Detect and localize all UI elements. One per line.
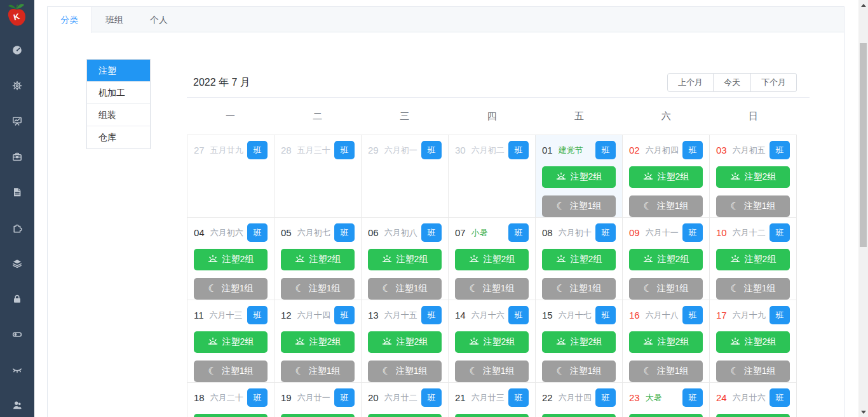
calendar-cell[interactable]: 17六月十九班注塑2组☾注塑1组 xyxy=(710,300,797,383)
shift-badge[interactable]: 班 xyxy=(247,223,268,242)
sidebar-item-settings[interactable] xyxy=(0,77,34,94)
night-shift-button[interactable]: ☾注塑1组 xyxy=(455,361,529,382)
day-shift-button[interactable]: 注塑2组 xyxy=(281,331,355,353)
shift-badge[interactable]: 班 xyxy=(508,388,529,407)
scroll-up-icon[interactable] xyxy=(858,0,868,10)
calendar-cell[interactable]: 18六月二十班注塑2组☾注塑1组 xyxy=(187,383,275,417)
shift-badge[interactable]: 班 xyxy=(770,141,790,159)
sidebar-item-document[interactable] xyxy=(0,184,34,201)
day-shift-button[interactable]: 注塑2组 xyxy=(716,166,790,188)
calendar-cell[interactable]: 22六月廿四班注塑2组☾注塑1组 xyxy=(536,383,623,417)
calendar-cell[interactable]: 14六月十六班注塑2组☾注塑1组 xyxy=(449,300,536,383)
calendar-cell[interactable]: 23大暑班注塑2组☾注塑1组 xyxy=(623,383,710,417)
day-shift-button[interactable]: 注塑2组 xyxy=(716,249,790,270)
scroll-down-icon[interactable] xyxy=(858,407,868,417)
calendar-cell[interactable]: 15六月十七班注塑2组☾注塑1组 xyxy=(536,300,623,383)
day-shift-button[interactable]: 注塑2组 xyxy=(194,414,268,417)
sidebar-item-users[interactable] xyxy=(0,397,34,413)
shift-badge[interactable]: 班 xyxy=(770,388,790,407)
calendar-cell[interactable]: 19六月廿一班注塑2组☾注塑1组 xyxy=(275,383,362,417)
shift-badge[interactable]: 班 xyxy=(421,223,442,242)
night-shift-button[interactable]: ☾注塑1组 xyxy=(542,361,616,382)
day-shift-button[interactable]: 注塑2组 xyxy=(368,331,442,353)
next-month-button[interactable]: 下个月 xyxy=(751,73,797,92)
calendar-cell[interactable]: 24六月廿六班注塑2组☾注塑1组 xyxy=(710,383,797,417)
day-shift-button[interactable]: 注塑2组 xyxy=(281,249,355,270)
shift-badge[interactable]: 班 xyxy=(247,141,268,159)
shift-badge[interactable]: 班 xyxy=(595,223,616,242)
night-shift-button[interactable]: ☾注塑1组 xyxy=(368,278,442,300)
calendar-cell[interactable]: 29六月初一班 xyxy=(362,135,449,218)
shift-badge[interactable]: 班 xyxy=(334,388,355,407)
shift-badge[interactable]: 班 xyxy=(508,141,529,159)
vertical-scrollbar[interactable] xyxy=(858,0,868,417)
category-item-组装[interactable]: 组装 xyxy=(87,104,150,126)
calendar-cell[interactable]: 28五月三十班 xyxy=(275,135,362,218)
night-shift-button[interactable]: ☾注塑1组 xyxy=(629,278,703,300)
day-shift-button[interactable]: 注塑2组 xyxy=(194,331,268,353)
day-shift-button[interactable]: 注塑2组 xyxy=(455,414,529,417)
sidebar-item-puzzle[interactable] xyxy=(0,220,34,236)
shift-badge[interactable]: 班 xyxy=(508,223,529,242)
shift-badge[interactable]: 班 xyxy=(682,223,703,242)
day-shift-button[interactable]: 注塑2组 xyxy=(455,249,529,270)
calendar-cell[interactable]: 21六月廿三班注塑2组☾注塑1组 xyxy=(449,383,536,417)
calendar-cell[interactable]: 11六月十三班注塑2组☾注塑1组 xyxy=(187,300,275,383)
calendar-cell[interactable]: 27五月廿九班 xyxy=(187,135,275,218)
calendar-cell[interactable]: 07小暑班注塑2组☾注塑1组 xyxy=(449,218,536,300)
day-shift-button[interactable]: 注塑2组 xyxy=(716,414,790,417)
shift-badge[interactable]: 班 xyxy=(682,141,703,159)
sidebar-item-dashboard[interactable] xyxy=(0,42,34,58)
calendar-cell[interactable]: 02六月初四班注塑2组☾注塑1组 xyxy=(623,135,710,218)
shift-badge[interactable]: 班 xyxy=(421,306,442,324)
sidebar-item-briefcase[interactable] xyxy=(0,149,34,165)
calendar-cell[interactable]: 04六月初六班注塑2组☾注塑1组 xyxy=(187,218,275,300)
day-shift-button[interactable]: 注塑2组 xyxy=(194,249,268,270)
day-shift-button[interactable]: 注塑2组 xyxy=(542,166,616,188)
sidebar-item-monitor-chart[interactable] xyxy=(0,113,34,129)
shift-badge[interactable]: 班 xyxy=(247,306,268,324)
night-shift-button[interactable]: ☾注塑1组 xyxy=(281,278,355,300)
calendar-cell[interactable]: 03六月初五班注塑2组☾注塑1组 xyxy=(710,135,797,218)
calendar-cell[interactable]: 06六月初八班注塑2组☾注塑1组 xyxy=(362,218,449,300)
night-shift-button[interactable]: ☾注塑1组 xyxy=(716,278,790,300)
category-item-仓库[interactable]: 仓库 xyxy=(87,126,150,149)
calendar-cell[interactable]: 09六月十一班注塑2组☾注塑1组 xyxy=(623,218,710,300)
calendar-cell[interactable]: 30六月初二班 xyxy=(449,135,536,218)
night-shift-button[interactable]: ☾注塑1组 xyxy=(455,278,529,300)
shift-badge[interactable]: 班 xyxy=(682,306,703,324)
shift-badge[interactable]: 班 xyxy=(682,388,703,407)
shift-badge[interactable]: 班 xyxy=(334,223,355,242)
sidebar-item-lock[interactable] xyxy=(0,291,34,307)
day-shift-button[interactable]: 注塑2组 xyxy=(629,331,703,353)
today-button[interactable]: 今天 xyxy=(714,73,751,92)
calendar-cell[interactable]: 16六月十八班注塑2组☾注塑1组 xyxy=(623,300,710,383)
shift-badge[interactable]: 班 xyxy=(421,141,442,159)
night-shift-button[interactable]: ☾注塑1组 xyxy=(542,195,616,217)
shift-badge[interactable]: 班 xyxy=(421,388,442,407)
shift-badge[interactable]: 班 xyxy=(770,223,790,242)
sidebar-item-toggle[interactable] xyxy=(0,326,34,343)
day-shift-button[interactable]: 注塑2组 xyxy=(629,249,703,270)
night-shift-button[interactable]: ☾注塑1组 xyxy=(194,361,268,382)
night-shift-button[interactable]: ☾注塑1组 xyxy=(281,361,355,382)
tab-班组[interactable]: 班组 xyxy=(92,7,137,32)
shift-badge[interactable]: 班 xyxy=(247,388,268,407)
day-shift-button[interactable]: 注塑2组 xyxy=(455,331,529,353)
calendar-cell[interactable]: 12六月十四班注塑2组☾注塑1组 xyxy=(275,300,362,383)
shift-badge[interactable]: 班 xyxy=(334,306,355,324)
calendar-cell[interactable]: 08六月初十班注塑2组☾注塑1组 xyxy=(536,218,623,300)
night-shift-button[interactable]: ☾注塑1组 xyxy=(629,195,703,217)
shift-badge[interactable]: 班 xyxy=(334,141,355,159)
calendar-cell[interactable]: 20六月廿二班注塑2组☾注塑1组 xyxy=(362,383,449,417)
day-shift-button[interactable]: 注塑2组 xyxy=(629,414,703,417)
sidebar-item-layers[interactable] xyxy=(0,255,34,272)
night-shift-button[interactable]: ☾注塑1组 xyxy=(629,361,703,382)
prev-month-button[interactable]: 上个月 xyxy=(667,73,714,92)
app-logo[interactable]: K xyxy=(4,1,31,32)
day-shift-button[interactable]: 注塑2组 xyxy=(716,331,790,353)
night-shift-button[interactable]: ☾注塑1组 xyxy=(542,278,616,300)
category-item-注塑[interactable]: 注塑 xyxy=(87,60,150,82)
shift-badge[interactable]: 班 xyxy=(595,306,616,324)
day-shift-button[interactable]: 注塑2组 xyxy=(368,249,442,270)
